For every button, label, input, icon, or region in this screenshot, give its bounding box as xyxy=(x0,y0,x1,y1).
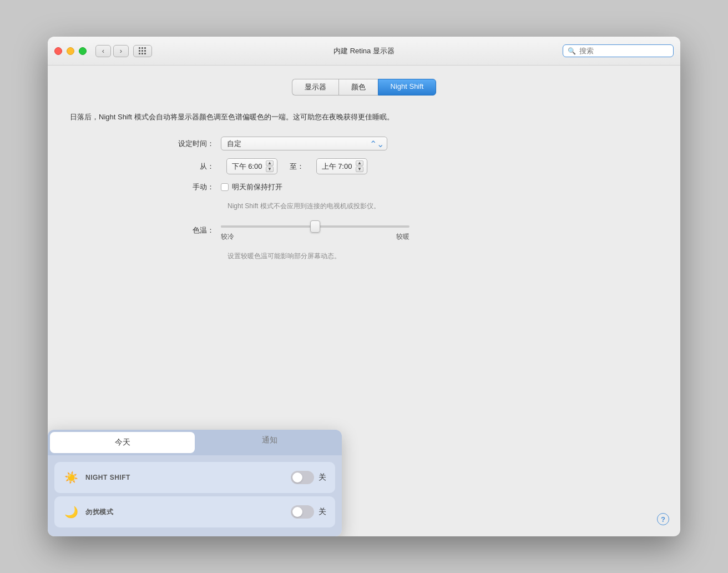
search-box[interactable]: 🔍 xyxy=(563,44,674,57)
tab-display[interactable]: 显示器 xyxy=(292,79,338,96)
forward-button[interactable]: › xyxy=(113,45,129,57)
notification-panel: 今天 通知 ☀️ NIGHT SHIFT 关 🌙 xyxy=(48,430,342,536)
dnd-title: 勿扰模式 xyxy=(85,507,291,517)
schedule-select[interactable]: 日落到日出 自定 关闭 xyxy=(221,137,387,150)
back-button[interactable]: ‹ xyxy=(95,45,111,57)
manual-label: 手动： xyxy=(164,182,214,192)
notif-tab-today[interactable]: 今天 xyxy=(50,432,195,453)
from-time-down[interactable]: ▼ xyxy=(266,167,274,172)
back-icon: ‹ xyxy=(102,47,104,55)
window-title: 内建 Retina 显示器 xyxy=(333,46,395,56)
schedule-select-wrapper: 日落到日出 自定 关闭 ⌃⌄ xyxy=(221,137,387,150)
manual-checkbox-label: 明天前保持打开 xyxy=(232,182,282,192)
night-shift-icon: ☀️ xyxy=(63,470,79,485)
temperature-label: 色温： xyxy=(164,225,214,235)
notification-content: ☀️ NIGHT SHIFT 关 🌙 勿扰模式 xyxy=(48,455,342,536)
traffic-lights xyxy=(54,47,87,55)
tab-color[interactable]: 颜色 xyxy=(338,79,378,96)
dnd-toggle[interactable] xyxy=(291,505,314,519)
search-input[interactable] xyxy=(579,47,669,55)
temperature-slider-labels: 较冷 较暖 xyxy=(221,232,410,242)
grid-button[interactable] xyxy=(133,45,152,57)
to-time-down[interactable]: ▼ xyxy=(356,167,363,172)
description-text: 日落后，Night Shift 模式会自动将显示器颜色调至色谱偏暖色的一端。这可… xyxy=(70,111,447,123)
manual-row: 手动： 明天前保持打开 xyxy=(164,182,564,192)
dnd-toggle-label: 关 xyxy=(318,507,326,517)
temperature-slider-track[interactable] xyxy=(221,225,410,228)
to-time-input[interactable]: 上午 7:00 ▲ ▼ xyxy=(316,158,367,174)
from-time-stepper[interactable]: ▲ ▼ xyxy=(266,160,274,172)
notif-item-night-shift: ☀️ NIGHT SHIFT 关 xyxy=(54,462,335,493)
temp-warm-label: 较暖 xyxy=(396,232,410,242)
temp-cool-label: 较冷 xyxy=(221,232,234,242)
temperature-hint: 设置较暖色温可能影响部分屏幕动态。 xyxy=(228,252,564,261)
night-shift-toggle[interactable] xyxy=(291,471,314,484)
temperature-slider-fill xyxy=(221,225,315,228)
manual-note: Night Shift 模式不会应用到连接的电视机或投影仪。 xyxy=(228,201,405,211)
to-label: 至： xyxy=(290,162,304,172)
night-shift-title: NIGHT SHIFT xyxy=(85,474,291,481)
nav-buttons: ‹ › xyxy=(95,45,129,57)
tab-nightshift[interactable]: Night Shift xyxy=(378,79,437,96)
to-time-up[interactable]: ▲ xyxy=(356,160,363,166)
search-icon: 🔍 xyxy=(568,47,576,55)
dnd-icon: 🌙 xyxy=(63,504,79,520)
temperature-slider-thumb[interactable] xyxy=(310,220,320,233)
from-time-up[interactable]: ▲ xyxy=(266,160,274,166)
from-time-value: 下午 6:00 xyxy=(230,162,264,172)
minimize-button[interactable] xyxy=(67,47,74,55)
main-window: ‹ › 内建 Retina 显示器 🔍 显示器 颜色 Night Shift xyxy=(48,37,680,536)
dnd-toggle-wrapper: 关 xyxy=(291,505,326,519)
temperature-slider-container: 较冷 较暖 xyxy=(221,219,410,242)
notification-tab-bar: 今天 通知 xyxy=(48,430,342,455)
from-label: 从： xyxy=(164,162,214,172)
dnd-toggle-knob xyxy=(292,507,302,517)
titlebar: ‹ › 内建 Retina 显示器 🔍 xyxy=(48,37,680,66)
from-time-input[interactable]: 下午 6:00 ▲ ▼ xyxy=(226,158,277,174)
night-shift-toggle-label: 关 xyxy=(318,473,326,482)
temperature-row: 色温： 较冷 较暖 xyxy=(164,219,564,242)
time-row: 从： 下午 6:00 ▲ ▼ 至： 上午 7:00 ▲ ▼ xyxy=(164,158,564,174)
manual-checkbox[interactable] xyxy=(221,183,229,191)
night-shift-toggle-knob xyxy=(292,473,302,482)
tab-bar: 显示器 颜色 Night Shift xyxy=(70,79,658,96)
to-time-value: 上午 7:00 xyxy=(320,162,353,172)
settings-form: 设定时间： 日落到日出 自定 关闭 ⌃⌄ 从： 下午 6:00 ▲ xyxy=(164,137,564,261)
to-time-stepper[interactable]: ▲ ▼ xyxy=(356,160,363,172)
notif-tab-notify[interactable]: 通知 xyxy=(197,430,342,455)
night-shift-toggle-wrapper: 关 xyxy=(291,471,326,484)
content-area: 显示器 颜色 Night Shift 日落后，Night Shift 模式会自动… xyxy=(48,66,680,536)
maximize-button[interactable] xyxy=(79,47,87,55)
forward-icon: › xyxy=(120,47,122,55)
help-button[interactable]: ? xyxy=(657,513,669,525)
manual-checkbox-wrapper: 明天前保持打开 xyxy=(221,182,282,192)
schedule-label: 设定时间： xyxy=(164,139,214,149)
schedule-row: 设定时间： 日落到日出 自定 关闭 ⌃⌄ xyxy=(164,137,564,150)
grid-icon xyxy=(139,47,146,55)
close-button[interactable] xyxy=(54,47,62,55)
notif-item-dnd: 🌙 勿扰模式 关 xyxy=(54,496,335,527)
